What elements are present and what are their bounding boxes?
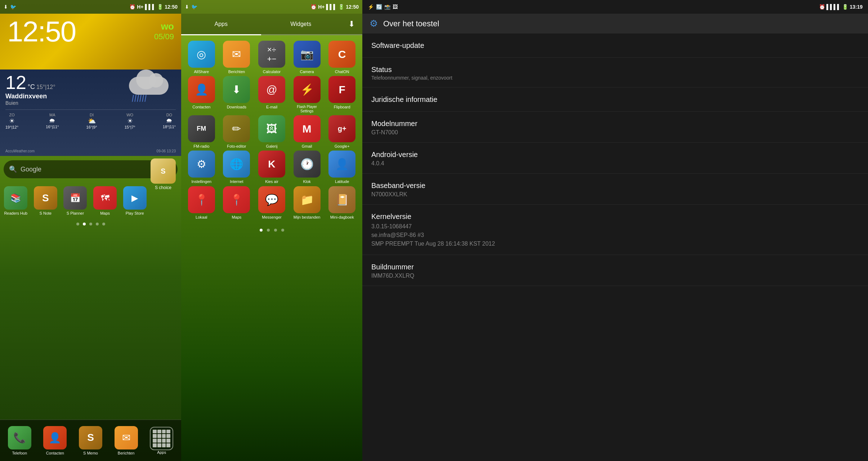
app-berichten[interactable]: ✉ Berichten: [220, 41, 254, 74]
app-flipboard[interactable]: F Flipboard: [325, 76, 359, 113]
kernelversie-value: 3.0.15-1068447 se.infra@SEP-86 #3 SMP PR…: [371, 222, 859, 248]
settings-kernelversie[interactable]: Kernelversie 3.0.15-1068447 se.infra@SEP…: [362, 205, 868, 255]
app-kies-air[interactable]: K Kies air: [255, 151, 288, 184]
home-app-maps[interactable]: 🗺 Maps: [93, 186, 117, 215]
clock-time: 12:50: [7, 17, 76, 46]
app-email[interactable]: @ E-mail: [255, 76, 288, 113]
calculator-label: Calculator: [263, 70, 281, 74]
kernelversie-title: Kernelversie: [371, 212, 859, 221]
app-klok[interactable]: 🕐 Klok: [290, 151, 324, 184]
home-app-s-planner[interactable]: 📅 S Planner: [63, 186, 88, 215]
alarm-icon-p3: ⏰: [819, 4, 825, 10]
app-messenger[interactable]: 💬 Messenger: [255, 186, 288, 220]
tab-download[interactable]: ⬇: [341, 14, 362, 34]
app-foto-editor[interactable]: ✏ Foto-editor: [220, 115, 254, 149]
app-drawer: ⬇ 🐦 ⏰ H+ ▌▌▌ 🔋 12:50 Apps Widgets ⬇ ◎ Al…: [181, 0, 362, 461]
settings-buildnummer[interactable]: Buildnummer IMM76D.XXLRQ: [362, 255, 868, 286]
android-versie-title: Android-versie: [371, 151, 859, 159]
app-galerij[interactable]: 🖼 Galerij: [255, 115, 288, 149]
kies-air-label: Kies air: [265, 179, 278, 184]
dock-s-memo[interactable]: S S Memo: [76, 426, 105, 455]
home-app-play-store[interactable]: ▶ Play Store: [122, 186, 147, 215]
app-internet[interactable]: 🌐 Internet: [220, 151, 254, 184]
readers-hub-icon: 📚: [4, 186, 27, 210]
app-chaton[interactable]: C ChatON: [325, 41, 359, 74]
download-icon-p2: ⬇: [185, 4, 189, 10]
weather-cloud-icon: [125, 73, 176, 102]
app-latitude[interactable]: 👤 Latitude: [325, 151, 359, 184]
drawer-dot-1: [260, 229, 263, 232]
klok-icon: 🕐: [294, 151, 321, 178]
app-contacten[interactable]: 👤 Contacten: [185, 76, 218, 113]
kies-air-icon: K: [258, 151, 285, 178]
tab-apps-label: Apps: [215, 21, 228, 27]
apps-label: Apps: [157, 450, 166, 455]
home-app-s-note[interactable]: S S Note: [33, 186, 58, 215]
telefoon-icon: 📞: [8, 426, 31, 449]
app-allshare[interactable]: ◎ AllShare: [185, 41, 218, 74]
tab-apps[interactable]: Apps: [181, 14, 261, 35]
app-downloads[interactable]: ⬇ Downloads: [220, 76, 254, 113]
flash-player-icon: ⚡: [294, 76, 321, 103]
clock-day: wo: [154, 21, 174, 32]
app-instellingen[interactable]: ⚙ Instellingen: [185, 151, 218, 184]
messenger-label: Messenger: [262, 215, 281, 220]
gmail-label: Gmail: [302, 144, 312, 149]
signal-icon: H+: [137, 4, 143, 10]
app-gmail[interactable]: M Gmail: [290, 115, 324, 149]
bars-icon: ▌▌▌: [145, 4, 156, 10]
mijn-bestanden-icon: 📁: [294, 186, 321, 213]
dock-contacten[interactable]: 👤 Contacten: [41, 426, 70, 455]
juridische-title: Juridische informatie: [371, 95, 859, 104]
dock-telefoon[interactable]: 📞 Telefoon: [5, 426, 34, 455]
dock-apps[interactable]: Apps: [147, 427, 176, 455]
settings-modelnummer[interactable]: Modelnummer GT-N7000: [362, 112, 868, 143]
settings-header: ⚙ Over het toestel: [362, 14, 868, 33]
time-p2: 12:50: [346, 4, 359, 10]
search-icon: 🔍: [9, 165, 17, 173]
status-bar-panel1: ⬇ 🐦 ⏰ H+ ▌▌▌ 🔋 12:50: [0, 0, 181, 14]
tab-widgets[interactable]: Widgets: [261, 14, 341, 34]
instellingen-label: Instellingen: [191, 179, 211, 184]
app-calculator[interactable]: ×÷+− Calculator: [255, 41, 288, 74]
flipboard-label: Flipboard: [334, 105, 350, 109]
settings-baseband[interactable]: Baseband-versie N7000XXLRK: [362, 174, 868, 205]
app-mijn-bestanden[interactable]: 📁 Mijn bestanden: [290, 186, 324, 220]
settings-android-versie[interactable]: Android-versie 4.0.4: [362, 143, 868, 174]
home-screen: ⬇ 🐦 ⏰ H+ ▌▌▌ 🔋 12:50 12:50 wo 05/09 12 °…: [0, 0, 181, 461]
settings-status[interactable]: Status Telefoonnummer, signaal, enzovoor…: [362, 58, 868, 88]
klok-label: Klok: [303, 179, 310, 184]
settings-software-update[interactable]: Software-update: [362, 33, 868, 58]
app-flash-player[interactable]: ⚡ Flash Player Settings: [290, 76, 324, 113]
s-note-label: S Note: [40, 211, 52, 215]
app-lokaal[interactable]: 📍 Lokaal: [185, 186, 218, 220]
flipboard-icon: F: [328, 76, 355, 103]
accuweather-label: AccuWeather.com: [5, 149, 35, 153]
app-fm-radio[interactable]: FM FM-radio: [185, 115, 218, 149]
app-camera[interactable]: 📷 Camera: [290, 41, 324, 74]
s-planner-icon: 📅: [63, 186, 87, 210]
app-maps[interactable]: 📍 Maps: [220, 186, 254, 220]
weather-desc: Buien: [5, 100, 55, 106]
email-icon: @: [258, 76, 285, 103]
dot-4: [96, 223, 99, 225]
settings-juridische[interactable]: Juridische informatie: [362, 88, 868, 112]
dock-berichten[interactable]: ✉ Berichten: [112, 426, 140, 455]
photo-icon: 🖼: [393, 4, 398, 10]
app-mini-dagboek[interactable]: 📔 Mini-dagboek: [325, 186, 359, 220]
s-choice-widget[interactable]: S S choice: [149, 158, 178, 190]
readers-hub-label: Readers Hub: [4, 211, 27, 215]
home-app-readers-hub[interactable]: 📚 Readers Hub: [4, 186, 28, 215]
forecast-do: DO 🌧 18°|11°: [163, 113, 176, 129]
software-update-title: Software-update: [371, 41, 859, 50]
contacten-drawer-icon: 👤: [188, 76, 215, 103]
signal-p3: ▌▌▌▌: [827, 4, 841, 10]
contacten-icon: 👤: [43, 426, 67, 449]
app-google-plus[interactable]: g+ Google+: [325, 115, 359, 149]
galerij-label: Galerij: [266, 144, 278, 149]
weather-unit: °C: [28, 83, 35, 91]
maps-drawer-label: Maps: [232, 215, 241, 220]
mijn-bestanden-label: Mijn bestanden: [294, 215, 321, 220]
time-p3: 13:19: [850, 4, 863, 10]
calculator-icon: ×÷+−: [258, 41, 285, 68]
